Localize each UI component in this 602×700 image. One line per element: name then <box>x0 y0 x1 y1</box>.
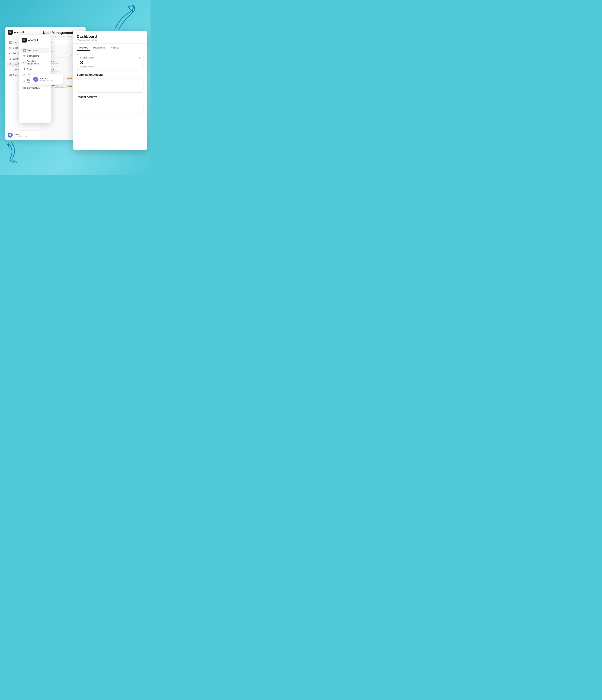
user-email-cell: faculty_ec@test.com <box>49 86 66 88</box>
svg-point-18 <box>24 74 25 75</box>
dashboard-icon <box>9 41 11 44</box>
role-badge: faculty <box>65 77 73 80</box>
sidebar-footer-back: AD admin admin@test.com ⌃ <box>5 130 40 140</box>
footer-username: admin <box>14 133 27 135</box>
dropdown-email: admin@test.com <box>40 80 53 81</box>
template-icon <box>9 52 11 55</box>
window-dashboard: Dashboard Welcome back, admin Overview D… <box>73 31 147 150</box>
criteria-icon <box>9 69 11 71</box>
col-role <box>56 54 70 56</box>
config-icon <box>9 74 11 76</box>
dropdown-user-info: admin admin@test.com <box>40 77 53 81</box>
submission-activity-card <box>77 78 143 93</box>
svg-rect-12 <box>23 49 24 50</box>
dropdown-username: admin <box>40 77 53 80</box>
dashboard-subtitle: Welcome back, admin <box>77 39 143 41</box>
svg-rect-14 <box>23 51 24 51</box>
dropdown-popup: AD admin admin@test.com ⌃ <box>30 74 63 85</box>
app-logo-back: ⌘ <box>8 30 13 34</box>
user-details: iq_user iq@test.com <box>49 68 59 72</box>
svg-rect-13 <box>25 49 25 50</box>
username: admin <box>49 60 63 62</box>
tab-overview[interactable]: Overview <box>77 45 90 51</box>
svg-rect-8 <box>10 74 11 75</box>
dropdown-avatar: AD <box>33 77 38 82</box>
username: iq_user <box>49 68 59 70</box>
tabs-row: Overview Departments Analytics <box>73 44 147 51</box>
criteria-icon-mid <box>23 80 26 82</box>
svg-rect-15 <box>25 51 25 51</box>
app-logo-mid: ⌘ <box>22 38 27 43</box>
nav-item-dashboard[interactable]: Dashboard <box>20 48 49 53</box>
footer-chevron-icon[interactable]: ⌃ <box>36 134 37 136</box>
dashboard-body: Pending Review ● 3 Awaiting review Submi… <box>73 51 147 118</box>
user-email-cell: admin@test.com <box>49 62 63 64</box>
tab-departments[interactable]: Departments <box>91 45 108 51</box>
metric-card-pending: Pending Review ● 3 Awaiting review <box>77 54 143 71</box>
submissions-icon <box>9 47 11 49</box>
svg-rect-20 <box>25 87 25 88</box>
svg-rect-2 <box>9 43 10 44</box>
metric-label: Pending Review ● <box>80 56 141 59</box>
nav-sidebar-mid: Dashboard Submissions Template Managemen… <box>19 45 51 94</box>
nav-item-submissions[interactable]: Submissions <box>20 53 49 58</box>
export-icon-mid <box>23 68 26 71</box>
tab-analytics[interactable]: Analytics <box>108 45 121 51</box>
dashboard-title: Dashboard <box>77 34 143 39</box>
metric-sub: Awaiting review <box>80 66 141 68</box>
section-recent-activity: Recent Activity <box>77 95 143 99</box>
dashboard-icon-mid <box>23 49 26 52</box>
svg-point-6 <box>10 64 11 64</box>
template-icon-mid <box>23 61 26 64</box>
svg-rect-0 <box>9 42 10 42</box>
footer-user: AD admin admin@test.com <box>8 133 27 138</box>
svg-rect-9 <box>9 75 10 76</box>
svg-rect-21 <box>23 88 24 89</box>
nav-item-template[interactable]: Template Management <box>20 59 49 67</box>
svg-rect-3 <box>10 43 11 44</box>
recent-activity-card <box>77 101 143 115</box>
dropdown-chevron: ⌃ <box>58 78 60 80</box>
user-icon-mid <box>23 73 26 76</box>
export-icon <box>9 58 11 60</box>
nav-item-configuration[interactable]: Configuration <box>20 85 49 91</box>
metric-icon: ● <box>139 56 141 59</box>
metric-value: 3 <box>80 60 141 65</box>
svg-rect-7 <box>9 74 10 75</box>
user-details: admin admin@test.com <box>49 60 63 64</box>
dropdown-item[interactable]: AD admin admin@test.com ⌃ <box>31 75 62 83</box>
nav-item-export[interactable]: Export <box>20 67 49 72</box>
footer-avatar: AD <box>8 133 13 138</box>
user-email-cell: iq@test.com <box>49 70 59 72</box>
app-name-mid: Accredit <box>28 39 38 42</box>
submissions-icon-mid <box>23 55 26 57</box>
config-icon-mid <box>23 87 26 89</box>
footer-email: admin@test.com <box>14 135 27 137</box>
svg-rect-1 <box>10 42 11 42</box>
section-submission-activity: Submission Activity <box>77 73 143 76</box>
app-header-mid: ⌘ Accredit <box>19 35 51 45</box>
footer-user-info: admin admin@test.com <box>14 133 27 137</box>
svg-rect-22 <box>25 88 25 89</box>
dashboard-header: Dashboard Welcome back, admin <box>73 31 147 44</box>
role-badge: faculty <box>66 85 73 88</box>
svg-rect-19 <box>23 87 24 88</box>
svg-rect-10 <box>10 75 11 76</box>
app-name-back: Accredit <box>14 31 24 33</box>
user-icon <box>9 63 11 66</box>
